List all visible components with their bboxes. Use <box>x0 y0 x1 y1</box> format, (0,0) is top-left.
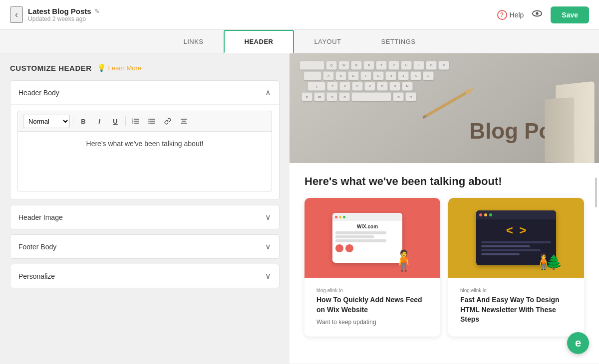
learn-more-link[interactable]: 💡 Learn More <box>97 63 141 72</box>
key: G <box>373 71 384 80</box>
wix-figure: 🧍 <box>391 250 416 270</box>
chevron-down-icon: ∨ <box>265 271 271 281</box>
key: L <box>423 71 434 80</box>
tab-layout[interactable]: LAYOUT <box>294 31 361 52</box>
tab-header[interactable]: HEADER <box>224 30 295 53</box>
code-dot-yellow <box>484 213 487 216</box>
save-button[interactable]: Save <box>551 6 589 23</box>
edit-icon[interactable]: ✎ <box>94 7 100 15</box>
accordion-label: Personalize <box>18 272 55 280</box>
code-illustration: < > <box>469 205 564 270</box>
wix-bar <box>335 231 386 234</box>
accordion-personalize-toggle[interactable]: Personalize ∨ <box>10 264 279 288</box>
wix-logo: WiX.com <box>335 224 399 229</box>
code-brackets: < > <box>481 223 551 237</box>
key: ⌘ <box>393 92 404 101</box>
page-subtitle: Updated 2 weeks ago <box>28 15 100 22</box>
accordion-footer-body-toggle[interactable]: Footer Body ∨ <box>10 235 279 258</box>
keyboard-visual: Q W E R T Y U I O P A S <box>300 61 449 103</box>
key: V <box>364 82 375 91</box>
nav-tabs: LINKS HEADER LAYOUT SETTINGS <box>0 30 599 53</box>
code-dot-red <box>479 213 482 216</box>
right-bracket: > <box>519 223 526 237</box>
key <box>303 71 321 80</box>
key: Q <box>326 61 337 70</box>
code-line <box>481 241 551 243</box>
help-label: Help <box>510 11 524 19</box>
key: N <box>389 82 400 91</box>
link-button[interactable] <box>161 114 175 128</box>
help-button[interactable]: ? Help <box>497 10 524 20</box>
key: K <box>410 71 421 80</box>
key: C <box>352 82 363 91</box>
accordion-header-body-toggle[interactable]: Header Body ∧ <box>10 81 279 104</box>
key: I <box>413 61 424 70</box>
align-button[interactable] <box>177 114 191 128</box>
key: W <box>338 61 349 70</box>
bulb-icon: 💡 <box>97 63 106 72</box>
accordion-header-image-toggle[interactable]: Header Image ∨ <box>10 205 279 229</box>
key: J <box>398 71 409 80</box>
ordered-list-button[interactable]: 1 2 3 <box>129 114 143 128</box>
svg-text:3: 3 <box>132 122 134 124</box>
svg-point-13 <box>148 123 149 124</box>
card-title-2: Fast And Easy Way To Design HTML Newslet… <box>460 295 572 325</box>
chevron-down-icon: ∨ <box>265 242 271 251</box>
card-title-1: How To Quickly Add News Feed on Wix Webs… <box>316 295 428 315</box>
preview-area: Q W E R T Y U I O P A S <box>290 53 599 364</box>
code-titlebar <box>476 210 556 219</box>
editor-content[interactable]: Here's what we've been talking about! <box>17 132 272 191</box>
wix-illustration: WiX.com <box>327 205 417 270</box>
key: M <box>402 82 413 91</box>
accordion-header-body: Header Body ∧ Normal Heading 1 Heading 2… <box>10 80 280 200</box>
content-section: Here's what we've been talking about! <box>290 163 599 349</box>
italic-button[interactable]: I <box>92 114 106 128</box>
hero-section: Q W E R T Y U I O P A S <box>290 53 599 163</box>
accordion-personalize: Personalize ∨ <box>10 264 280 288</box>
back-button[interactable]: ‹ <box>10 6 23 23</box>
left-panel: CUSTOMIZE HEADER 💡 Learn More Header Bod… <box>0 53 290 364</box>
code-line <box>481 249 551 251</box>
underline-button[interactable]: U <box>108 114 122 128</box>
wix-bar <box>335 235 374 238</box>
code-line <box>481 245 551 247</box>
title-row: Latest Blog Posts ✎ <box>28 7 100 15</box>
key: ⇧ <box>307 82 325 91</box>
accordion-label: Footer Body <box>18 243 56 251</box>
accordion-label: Header Body <box>18 89 59 97</box>
key: U <box>401 61 412 70</box>
blog-cards: WiX.com <box>304 198 584 337</box>
card-image-2: < > <box>448 198 584 278</box>
wix-bar <box>335 239 386 242</box>
code-dot-green <box>489 213 492 216</box>
wix-dot-red <box>335 216 337 218</box>
accordion-header-body-content: Normal Heading 1 Heading 2 B I U <box>10 104 279 199</box>
key: R <box>363 61 374 70</box>
help-icon: ? <box>497 10 507 20</box>
key: S <box>335 71 346 80</box>
content-tagline: Here's what we've been talking about! <box>304 175 584 188</box>
key: D <box>348 71 359 80</box>
key <box>300 61 324 70</box>
red-circle <box>335 244 343 252</box>
tab-links[interactable]: LINKS <box>163 31 223 52</box>
key: X <box>339 82 350 91</box>
tab-settings[interactable]: SETTINGS <box>361 31 436 52</box>
format-select[interactable]: Normal Heading 1 Heading 2 <box>23 115 70 128</box>
card-image-1: WiX.com <box>304 198 440 278</box>
red-circle-2 <box>345 244 353 252</box>
key: T <box>376 61 387 70</box>
key: Y <box>388 61 399 70</box>
chevron-down-icon: ∨ <box>265 212 271 222</box>
toolbar-divider <box>73 116 73 126</box>
key: A <box>323 71 334 80</box>
bold-button[interactable]: B <box>76 114 90 128</box>
key: Z <box>327 82 338 91</box>
topbar-left: ‹ Latest Blog Posts ✎ Updated 2 weeks ag… <box>10 6 100 23</box>
preview-button[interactable] <box>532 8 543 21</box>
key: fn <box>301 92 312 101</box>
card-source-1: blog.elink.io <box>316 288 428 293</box>
main-layout: CUSTOMIZE HEADER 💡 Learn More Header Bod… <box>0 53 599 364</box>
unordered-list-button[interactable] <box>145 114 159 128</box>
elink-logo: e <box>567 332 589 354</box>
